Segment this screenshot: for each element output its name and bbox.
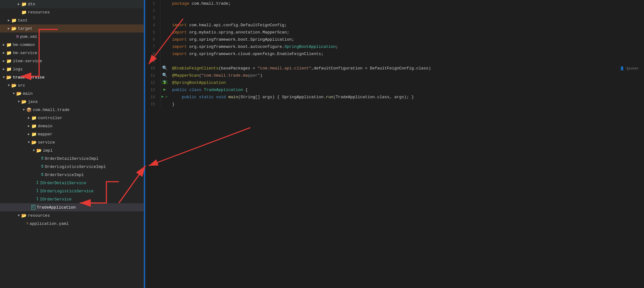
tree-item-controller[interactable]: ▶ 📁 controller (0, 114, 144, 122)
line-14: 14 ▶ ▷ public static void main(String[] … (145, 93, 644, 101)
arrow-target: ▶ (6, 27, 11, 30)
arrow-item-service: ▶ (1, 59, 6, 63)
pkg-icon-com-hmall: 📦 (26, 107, 32, 113)
tree-item-test[interactable]: ▶ 📁 test (0, 16, 144, 24)
tree-item-mapper[interactable]: ▶ 📁 mapper (0, 130, 144, 138)
run-icon-13[interactable]: ▶ (163, 87, 166, 92)
tree-item-dto[interactable]: ▶ 📁 dto (0, 0, 144, 8)
gutter-3 (160, 14, 169, 22)
line-12: 12 🍃 @SpringBootApplication (145, 79, 644, 86)
tree-item-resources-top[interactable]: 📁 resources (0, 8, 144, 16)
label-trade-application: TradeApplication (37, 205, 76, 210)
code-5: import org.mybatis.spring.annotation.Map… (169, 29, 644, 36)
arrow-service: ▼ (26, 141, 31, 144)
tree-item-hm-common[interactable]: ▶ 📁 hm-common (0, 41, 144, 49)
tree-item-domain[interactable]: ▶ 📁 domain (0, 122, 144, 130)
code-editor[interactable]: 1 package com.hmall.trade; 2 3 4 import … (144, 0, 644, 288)
label-iorder-service: IOrderService (40, 197, 71, 202)
gutter-5 (160, 29, 169, 36)
label-trade-service: trade-service (13, 75, 44, 80)
tree-item-order-service-impl[interactable]: C OrderServiceImpl (0, 171, 144, 179)
arrow-dto: ▶ (16, 2, 21, 6)
folder-icon-domain: 📁 (31, 124, 37, 129)
label-hm-service: hm-service (13, 51, 37, 55)
code-12: @SpringBootApplication (169, 79, 644, 86)
class-icon-order-service-impl: C (41, 173, 43, 177)
gutter-14: ▶ ▷ (160, 93, 169, 101)
arrow-test: ▶ (6, 18, 11, 22)
tree-item-java[interactable]: ▼ 📂 java (0, 98, 144, 106)
gutter-1 (160, 0, 169, 7)
folder-icon-mapper: 📁 (31, 132, 37, 137)
label-dto: dto (28, 2, 35, 7)
folder-icon-trade-service: 📂 (6, 75, 12, 80)
code-15: } (169, 101, 644, 108)
tree-item-logs[interactable]: ▶ 📁 logs (0, 65, 144, 73)
line-8: 8 import org.springframework.cloud.openf… (145, 50, 644, 58)
code-9 (169, 58, 644, 65)
tree-item-item-service[interactable]: ▶ 📁 item-service (0, 57, 144, 65)
line-num-10: 10 (145, 65, 160, 72)
line-num-11: 11 (145, 72, 160, 79)
code-13: public class TradeApplication { (169, 86, 644, 93)
author-badge: 👤 Qiuner (620, 65, 639, 72)
gutter-icon-11: 🔍 (162, 73, 167, 78)
folder-icon-controller: 📁 (31, 115, 37, 121)
tree-item-trade-application[interactable]: C TradeApplication (0, 203, 144, 211)
tree-item-pom-xml[interactable]: m pom.xml (0, 33, 144, 41)
label-item-service: item-service (13, 59, 42, 63)
tree-item-iorder-detail[interactable]: I IOrderDetailService (0, 179, 144, 187)
label-resources-top: resources (28, 10, 50, 15)
tree-item-trade-service[interactable]: ▼ 📂 trade-service (0, 73, 144, 81)
line-10: 10 🔍 @EnableFeignClients(basePackages = … (145, 65, 644, 72)
line-num-5: 5 (145, 29, 160, 36)
line-3: 3 (145, 14, 644, 22)
code-14: public static void main(String[] args) {… (169, 93, 644, 101)
tree-item-iorder-logistics[interactable]: I IOrderLogisticsService (0, 187, 144, 195)
line-num-9: 9 (145, 58, 160, 65)
class-icon-trade-app: C (31, 205, 35, 210)
gutter-15 (160, 101, 169, 108)
line-num-13: 13 (145, 86, 160, 93)
folder-icon-service: 📂 (31, 140, 37, 145)
interface-icon-iorder-service: I (36, 197, 38, 201)
label-resources-main: resources (28, 213, 50, 218)
arrow-java: ▼ (16, 100, 21, 104)
arrow-controller: ▶ (26, 116, 31, 120)
arrow-trade-service: ▼ (1, 76, 6, 79)
folder-icon-resources-main: 📂 (21, 213, 27, 218)
label-service: service (38, 140, 55, 145)
tree-item-target[interactable]: ▶ 📂 target (0, 24, 144, 33)
line-num-14: 14 (145, 93, 160, 101)
tree-item-iorder-service[interactable]: I IOrderService (0, 195, 144, 203)
gutter-13: ▶ (160, 86, 169, 93)
tree-item-src[interactable]: ▼ 📂 src (0, 81, 144, 89)
label-order-detail-impl: OrderDetailServiceImpl (45, 156, 99, 161)
gutter-11: 🔍 (160, 72, 169, 79)
label-application-yaml: application.yaml (30, 221, 69, 226)
line-5: 5 import org.mybatis.spring.annotation.M… (145, 29, 644, 36)
gutter-7 (160, 43, 169, 50)
tree-item-impl[interactable]: ▼ 📂 impl (0, 146, 144, 154)
tree-item-resources-main[interactable]: ▼ 📂 resources (0, 211, 144, 220)
tree-item-main[interactable]: ▼ 📂 main (0, 89, 144, 98)
run-icon-14[interactable]: ▶ ▷ (161, 95, 168, 99)
code-6: import org.springframework.boot.SpringAp… (169, 36, 644, 43)
arrow-impl: ▼ (31, 149, 36, 152)
code-8: import org.springframework.cloud.openfei… (169, 50, 644, 58)
arrow-main: ▼ (11, 92, 16, 95)
tree-item-order-logistics-impl[interactable]: C OrderLogisticsServiceImpl (0, 163, 144, 171)
class-icon-order-detail-impl: C (41, 156, 43, 161)
line-num-3: 3 (145, 14, 160, 22)
tree-item-com-hmall-trade[interactable]: ▼ 📦 com.hmall.trade (0, 106, 144, 114)
line-num-8: 8 (145, 50, 160, 58)
tree-item-order-detail-impl[interactable]: C OrderDetailServiceImpl (0, 154, 144, 163)
gutter-10: 🔍 (160, 65, 169, 72)
tree-item-application-yaml[interactable]: Y application.yaml (0, 220, 144, 228)
folder-icon-resources-top: 📁 (21, 10, 27, 15)
tree-item-hm-service[interactable]: ▶ 📁 hm-service (0, 49, 144, 57)
gutter-2 (160, 7, 169, 14)
arrow-hm-common: ▶ (1, 43, 6, 47)
tree-item-service[interactable]: ▼ 📂 service (0, 138, 144, 146)
folder-icon-hm-common: 📁 (6, 42, 12, 48)
